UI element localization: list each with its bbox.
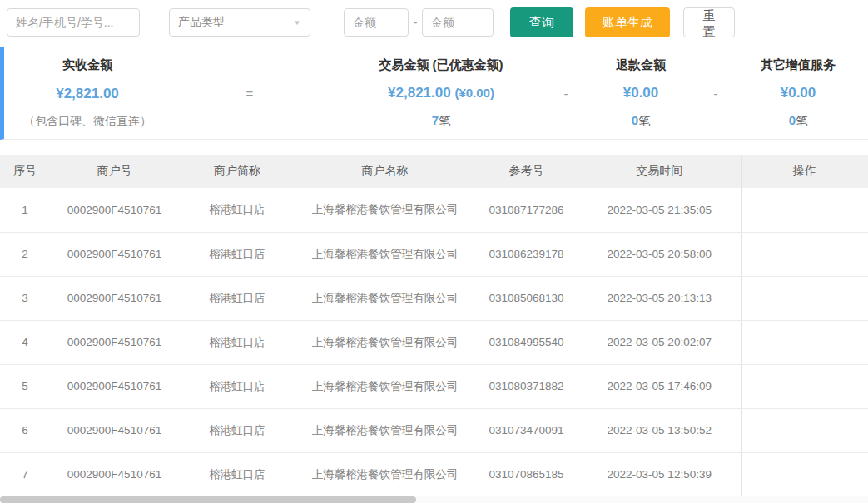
table-row: 70002900F4510761榕港虹口店上海馨榕港餐饮管理有限公司031070… bbox=[0, 452, 868, 496]
cell-action bbox=[741, 188, 868, 232]
range-separator: - bbox=[409, 16, 422, 29]
summary-value: ¥0.00 bbox=[728, 85, 868, 101]
summary-label: 其它增值服务 bbox=[728, 57, 868, 73]
cell-index: 4 bbox=[0, 320, 50, 364]
table-row: 50002900F4510761榕港虹口店上海馨榕港餐饮管理有限公司031080… bbox=[0, 364, 868, 408]
summary-value: ¥2,821.00 (¥0.00) bbox=[329, 85, 553, 101]
cell-action bbox=[741, 276, 868, 320]
summary-other-services: 其它增值服务 ¥0.00 0笔 bbox=[728, 47, 868, 139]
summary-count-number: 0 bbox=[789, 113, 796, 127]
cell-transaction-time: 2022-03-05 17:46:09 bbox=[578, 364, 741, 408]
summary-count: 0笔 bbox=[728, 113, 868, 129]
cell-merchant-id: 0002900F4510761 bbox=[50, 364, 179, 408]
summary-count-unit: 笔 bbox=[796, 114, 807, 127]
cell-index: 3 bbox=[0, 276, 50, 320]
header-action: 操作 bbox=[741, 155, 868, 188]
cell-index: 2 bbox=[0, 232, 50, 276]
summary-note: （包含口碑、微信直连） bbox=[4, 114, 171, 129]
summary-panel: 实收金额 ¥2,821.00 （包含口碑、微信直连） = 交易金额 (已优惠金额… bbox=[0, 47, 868, 140]
reset-button[interactable]: 重置 bbox=[683, 7, 735, 37]
cell-reference-no: 031073470091 bbox=[474, 408, 578, 452]
table-row: 20002900F4510761榕港虹口店上海馨榕港餐饮管理有限公司031086… bbox=[0, 232, 868, 276]
cell-reference-no: 031086239178 bbox=[474, 232, 578, 276]
summary-count-unit: 笔 bbox=[638, 114, 650, 127]
summary-value: ¥0.00 bbox=[578, 85, 703, 101]
cell-merchant-name: 上海馨榕港餐饮管理有限公司 bbox=[295, 276, 474, 320]
summary-count: 0笔 bbox=[578, 113, 703, 129]
cell-merchant-name: 上海馨榕港餐饮管理有限公司 bbox=[295, 364, 474, 408]
cell-merchant-short-name: 榕港虹口店 bbox=[179, 320, 295, 364]
amount-min-input[interactable] bbox=[344, 8, 409, 37]
query-button[interactable]: 查询 bbox=[510, 7, 573, 37]
summary-count-number: 0 bbox=[632, 113, 638, 127]
cell-merchant-id: 0002900F4510761 bbox=[50, 188, 179, 232]
filter-bar: 产品类型 ▼ - 查询 账单生成 重置 bbox=[0, 0, 868, 40]
header-merchant-id: 商户号 bbox=[50, 155, 179, 188]
cell-merchant-short-name: 榕港虹口店 bbox=[179, 276, 295, 320]
header-transaction-time: 交易时间 bbox=[578, 155, 741, 188]
cell-merchant-name: 上海馨榕港餐饮管理有限公司 bbox=[295, 408, 474, 452]
cell-index: 6 bbox=[0, 408, 50, 452]
cell-index: 7 bbox=[0, 452, 50, 496]
table-header: 序号 商户号 商户简称 商户名称 参考号 交易时间 操作 bbox=[0, 155, 868, 188]
minus-operator: - bbox=[553, 47, 578, 139]
summary-refund-amount: 退款金额 ¥0.00 0笔 bbox=[578, 47, 703, 139]
cell-index: 1 bbox=[0, 188, 50, 232]
cell-merchant-name: 上海馨榕港餐饮管理有限公司 bbox=[295, 188, 474, 232]
cell-reference-no: 031085068130 bbox=[474, 276, 578, 320]
cell-merchant-short-name: 榕港虹口店 bbox=[179, 452, 295, 496]
cell-action bbox=[741, 408, 868, 452]
table-row: 30002900F4510761榕港虹口店上海馨榕港餐饮管理有限公司031085… bbox=[0, 276, 868, 320]
product-type-value: 产品类型 bbox=[178, 15, 225, 30]
cell-action bbox=[741, 320, 868, 364]
cell-transaction-time: 2022-03-05 21:35:05 bbox=[578, 188, 741, 232]
chevron-down-icon: ▼ bbox=[293, 19, 301, 27]
header-index: 序号 bbox=[0, 155, 50, 188]
table-row: 40002900F4510761榕港虹口店上海馨榕港餐饮管理有限公司031084… bbox=[0, 320, 868, 364]
cell-merchant-short-name: 榕港虹口店 bbox=[179, 364, 295, 408]
product-type-select[interactable]: 产品类型 ▼ bbox=[169, 8, 310, 37]
summary-count: 7笔 bbox=[329, 113, 553, 129]
cell-reference-no: 031080371882 bbox=[474, 364, 578, 408]
keyword-input[interactable] bbox=[7, 8, 140, 37]
cell-reference-no: 031070865185 bbox=[474, 452, 578, 496]
summary-label: 交易金额 (已优惠金额) bbox=[329, 57, 553, 73]
minus-operator: - bbox=[703, 47, 728, 139]
cell-transaction-time: 2022-03-05 20:13:13 bbox=[578, 276, 741, 320]
cell-action bbox=[741, 232, 868, 276]
summary-received-amount: 实收金额 ¥2,821.00 （包含口碑、微信直连） bbox=[4, 47, 171, 139]
summary-count-unit: 笔 bbox=[439, 114, 450, 127]
header-reference-no: 参考号 bbox=[474, 155, 578, 188]
cell-merchant-name: 上海馨榕港餐饮管理有限公司 bbox=[295, 452, 474, 496]
equals-operator: = bbox=[171, 47, 329, 139]
cell-merchant-name: 上海馨榕港餐饮管理有限公司 bbox=[295, 232, 474, 276]
table-row: 60002900F4510761榕港虹口店上海馨榕港餐饮管理有限公司031073… bbox=[0, 408, 868, 452]
cell-action bbox=[741, 452, 868, 496]
cell-merchant-short-name: 榕港虹口店 bbox=[179, 188, 295, 232]
cell-transaction-time: 2022-03-05 20:58:00 bbox=[578, 232, 741, 276]
cell-merchant-short-name: 榕港虹口店 bbox=[179, 232, 295, 276]
cell-merchant-id: 0002900F4510761 bbox=[50, 232, 179, 276]
transactions-table: 序号 商户号 商户简称 商户名称 参考号 交易时间 操作 10002900F45… bbox=[0, 155, 868, 497]
summary-value-discount: (¥0.00) bbox=[454, 86, 494, 100]
cell-reference-no: 031087177286 bbox=[474, 188, 578, 232]
summary-label: 退款金额 bbox=[578, 57, 703, 73]
scrollbar-thumb[interactable] bbox=[0, 496, 416, 503]
header-merchant-name: 商户名称 bbox=[295, 155, 474, 188]
horizontal-scrollbar[interactable] bbox=[0, 496, 868, 503]
cell-merchant-id: 0002900F4510761 bbox=[50, 320, 179, 364]
amount-max-input[interactable] bbox=[422, 8, 494, 37]
cell-merchant-id: 0002900F4510761 bbox=[50, 408, 179, 452]
cell-transaction-time: 2022-03-05 20:02:07 bbox=[578, 320, 741, 364]
table-row: 10002900F4510761榕港虹口店上海馨榕港餐饮管理有限公司031087… bbox=[0, 188, 868, 232]
cell-merchant-id: 0002900F4510761 bbox=[50, 276, 179, 320]
summary-value: ¥2,821.00 bbox=[4, 86, 171, 102]
summary-count-number: 7 bbox=[432, 113, 439, 127]
cell-index: 5 bbox=[0, 364, 50, 408]
cell-merchant-name: 上海馨榕港餐饮管理有限公司 bbox=[295, 320, 474, 364]
header-merchant-short-name: 商户简称 bbox=[179, 155, 295, 188]
cell-reference-no: 031084995540 bbox=[474, 320, 578, 364]
generate-bill-button[interactable]: 账单生成 bbox=[585, 7, 670, 37]
table-body: 10002900F4510761榕港虹口店上海馨榕港餐饮管理有限公司031087… bbox=[0, 188, 868, 496]
cell-merchant-id: 0002900F4510761 bbox=[50, 452, 179, 496]
